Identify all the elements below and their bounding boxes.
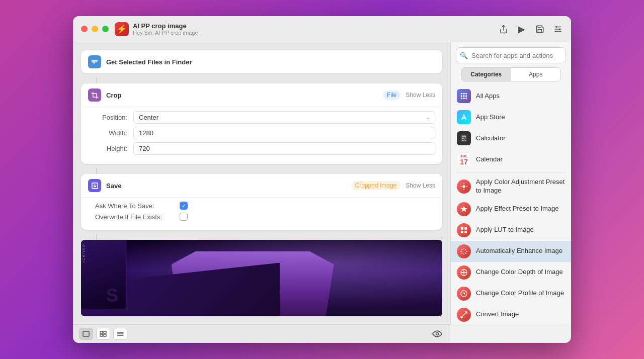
position-label: Position: (88, 114, 133, 121)
tab-bar: Categories Apps (461, 67, 561, 81)
svg-rect-32 (464, 231, 467, 233)
view-buttons (79, 328, 127, 340)
apply-color-adj-label: Apply Color Adjustment Preset to Image (476, 178, 565, 195)
preview-section: icense S (81, 234, 442, 316)
step-save-tag[interactable]: Cropped Image (351, 181, 401, 190)
calendar-icon: JUL 17 (457, 152, 471, 166)
svg-point-6 (556, 31, 557, 32)
app-store-icon (457, 110, 471, 124)
connector-1 (96, 77, 97, 83)
step-save-body: Ask Where To Save: Overwrite If File Exi… (81, 197, 442, 230)
svg-rect-22 (462, 138, 463, 139)
apply-lut-label: Apply LUT to Image (476, 226, 534, 234)
window-subtitle: Hey Siri, AI PP crop image (133, 30, 198, 36)
eye-button[interactable] (430, 328, 444, 340)
svg-rect-36 (104, 331, 106, 333)
width-input[interactable] (133, 127, 435, 139)
right-panel-scroll[interactable]: All Apps App Store (451, 81, 571, 324)
convert-image-item[interactable]: Convert Image (451, 304, 571, 324)
apply-effect-label: Apply Effect Preset to Image (476, 205, 559, 213)
svg-rect-29 (461, 227, 463, 230)
step-crop-tag[interactable]: File (383, 91, 400, 100)
search-wrapper: 🔍 (456, 47, 566, 63)
minimize-button[interactable] (92, 26, 98, 32)
ask-where-checkbox[interactable] (180, 202, 188, 210)
change-color-depth-item[interactable]: Change Color Depth of Image (451, 262, 571, 283)
view-list-button[interactable] (113, 328, 127, 340)
position-dropdown[interactable]: Center ⌄ (133, 111, 435, 124)
close-button[interactable] (81, 26, 88, 32)
window-title: AI PP crop image (133, 22, 198, 30)
connector-3 (96, 234, 97, 240)
share-button[interactable] (499, 24, 509, 34)
svg-rect-31 (461, 231, 463, 233)
maximize-button[interactable] (102, 26, 109, 32)
view-grid-button[interactable] (96, 328, 110, 340)
change-color-profile-icon (457, 287, 471, 301)
calendar-item[interactable]: JUL 17 Calendar (451, 149, 571, 170)
position-value: Center (139, 114, 158, 121)
app-store-item[interactable]: App Store (451, 107, 571, 128)
apply-lut-item[interactable]: Apply LUT to Image (451, 220, 571, 241)
svg-point-13 (465, 93, 467, 95)
steps-area: Get Selected Files in Finder Cr (81, 50, 442, 234)
step-get-files-header: Get Selected Files in Finder (81, 50, 442, 73)
calculator-item[interactable]: Calculator (451, 128, 571, 149)
overwrite-checkbox[interactable] (180, 213, 188, 221)
svg-rect-23 (463, 138, 464, 139)
svg-point-15 (463, 95, 464, 97)
overwrite-label: Overwrite If File Exists: (95, 213, 176, 221)
all-apps-item[interactable]: All Apps (451, 85, 571, 107)
all-apps-label: All Apps (476, 92, 500, 101)
svg-point-17 (461, 98, 462, 99)
apply-effect-preset-item[interactable]: Apply Effect Preset to Image (451, 199, 571, 220)
left-panel: Get Selected Files in Finder Cr (73, 42, 450, 324)
svg-point-14 (461, 95, 462, 97)
svg-rect-26 (463, 140, 464, 141)
height-label: Height: (88, 145, 133, 152)
position-field-row: Position: Center ⌄ (88, 111, 435, 124)
svg-rect-30 (464, 227, 467, 230)
convert-image-label: Convert Image (476, 310, 519, 319)
run-button[interactable]: ▶ (517, 24, 527, 34)
step-crop-icon (88, 88, 101, 102)
step-crop-toggle[interactable]: Show Less (406, 92, 435, 99)
calendar-label: Calendar (476, 155, 503, 164)
change-color-profile-item[interactable]: Change Color Profile of Image (451, 283, 571, 304)
main-content: Get Selected Files in Finder Cr (73, 42, 571, 324)
connector-2 (96, 168, 97, 174)
svg-rect-37 (100, 334, 103, 336)
app-store-label: App Store (476, 113, 505, 122)
tab-categories[interactable]: Categories (461, 68, 511, 81)
svg-rect-35 (100, 331, 103, 333)
svg-rect-21 (462, 136, 466, 137)
step-save: Save Cropped Image Show Less Ask Where T… (81, 174, 442, 230)
save-icon[interactable] (535, 24, 545, 34)
change-color-profile-label: Change Color Profile of Image (476, 289, 564, 298)
title-bar: ⚡ AI PP crop image Hey Siri, AI PP crop … (73, 16, 571, 42)
divider-1 (456, 172, 566, 172)
step-save-toggle[interactable]: Show Less (406, 182, 435, 189)
svg-rect-34 (83, 331, 89, 336)
auto-enhance-icon (457, 244, 471, 258)
height-input[interactable] (133, 142, 435, 155)
change-color-depth-label: Change Color Depth of Image (476, 268, 563, 277)
svg-rect-24 (465, 138, 466, 139)
step-get-files: Get Selected Files in Finder (81, 50, 442, 73)
view-single-button[interactable] (79, 328, 93, 340)
calculator-label: Calculator (476, 134, 506, 143)
svg-point-16 (465, 95, 467, 97)
apply-color-adj-item[interactable]: Apply Color Adjustment Preset to Image (451, 174, 571, 199)
settings-icon[interactable] (553, 24, 563, 34)
svg-rect-25 (462, 140, 463, 141)
apply-lut-icon (457, 223, 471, 237)
auto-enhance-item[interactable]: Automatically Enhance Image (451, 241, 571, 262)
ask-where-label: Ask Where To Save: (95, 202, 176, 210)
tab-apps[interactable]: Apps (511, 68, 561, 81)
svg-point-42 (436, 333, 439, 335)
apply-color-adj-icon (457, 180, 471, 194)
step-get-files-icon (88, 55, 101, 68)
calculator-icon (457, 131, 471, 145)
search-input[interactable] (456, 47, 566, 63)
step-crop-body: Position: Center ⌄ Width: (81, 107, 442, 164)
